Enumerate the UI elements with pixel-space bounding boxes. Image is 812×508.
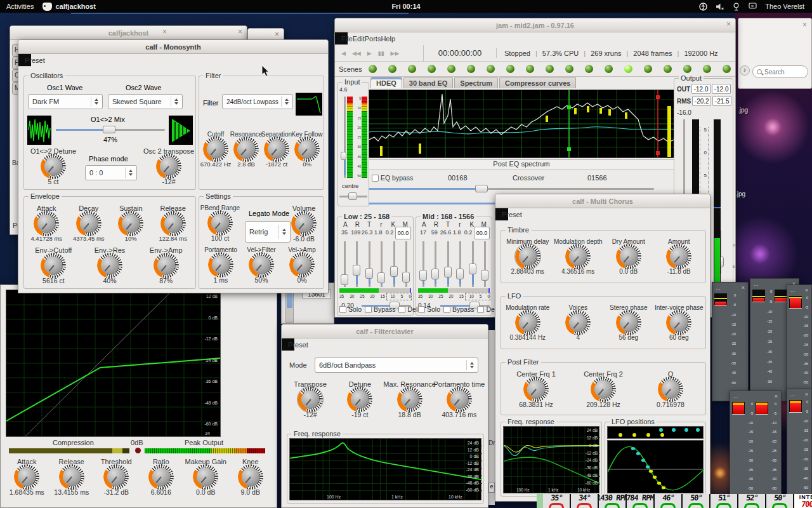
scene-led-button[interactable] [526,65,534,73]
menu-item-preset[interactable]: Preset [25,57,45,64]
knob-control[interactable]: Makeup Gain 0.0 dB [183,458,228,496]
out-value-right[interactable]: -12.0 [712,84,731,94]
knob-control[interactable]: Modulation rate 0.384144 Hz [502,304,553,341]
window-titlebar[interactable]: calfjackhost × × [10,26,247,40]
menu-item[interactable]: Ports [365,35,381,43]
knob[interactable] [157,256,176,275]
knob[interactable] [450,390,469,409]
knob-control[interactable]: Attack 1.68435 ms [4,458,49,496]
knob[interactable] [301,390,320,409]
knob-control[interactable]: Ratio 6.6016 [139,458,184,496]
knob[interactable] [107,467,126,486]
knob[interactable] [669,313,688,332]
band-slider[interactable] [455,241,464,287]
focused-app-menu[interactable]: calfjackhost [43,3,96,11]
knob[interactable] [518,313,537,332]
transport-button[interactable]: ◀◀ [352,50,361,57]
knob-control[interactable]: Voices 4 [553,304,604,341]
knob[interactable] [527,380,546,399]
knob[interactable] [252,255,271,274]
band-m-value[interactable]: 00.0 [474,227,490,239]
scene-led-button[interactable] [644,65,652,73]
knob-control[interactable]: Resonance 2.8 dB [231,131,261,168]
activities-button[interactable]: Activities [6,3,34,10]
band-slider[interactable] [443,241,452,287]
tab-hdeq[interactable]: HDEQ [370,77,402,88]
mode-select[interactable]: 6dB/oct Bandpass [315,358,478,373]
knob[interactable] [211,255,230,274]
knob-control[interactable]: Portamento time 403.716 ms [435,380,484,418]
tab-spectrum[interactable]: Spectrum [454,77,498,88]
meter-window[interactable]: ...× 0-5-10-15-20-25-30-35-40-50-60 [787,389,812,508]
band-slider[interactable] [377,241,386,287]
band-slider[interactable] [340,241,349,287]
knob[interactable] [661,380,680,399]
osc2-wave-select[interactable]: Skewed Square [108,94,183,109]
knob[interactable] [619,247,638,266]
knob-control[interactable]: Max. Resonance 18.8 dB [385,380,435,418]
knob-control[interactable]: Separation -1872 ct [261,131,292,168]
chevron-icon[interactable]: › [740,65,750,76]
osc1-wave-select[interactable]: Dark FM [28,94,103,109]
scene-led-button[interactable] [506,65,514,73]
knob[interactable] [237,140,256,159]
filterclavier-window[interactable]: calf - Filterclavier Preset Mode 6dB/oct… [281,324,488,508]
transport-button[interactable]: ◀ [341,50,346,57]
meter-window[interactable]: ...× 0-5-10-15-20-25-30-35-40-50-60 [712,282,749,401]
knob[interactable] [568,313,587,332]
crossover-slider-1[interactable] [369,185,654,193]
band-checkbox[interactable]: Bypass [365,305,395,313]
knob[interactable] [159,157,178,176]
band-slider[interactable] [468,241,477,287]
rms-value-left[interactable]: -20.2 [692,96,711,106]
band-checkbox[interactable]: Solo [339,305,362,313]
knob-control[interactable]: Release 13.4155 ms [49,458,95,496]
scene-led-button[interactable] [428,65,436,73]
knob-control[interactable]: Center Frq 1 68.3831 Hz [502,370,570,408]
band-slider[interactable] [431,241,440,287]
window-titlebar[interactable]: calf - Monosynth [18,40,328,54]
knob-control[interactable]: Key Follow 0% [292,131,322,168]
knob[interactable] [211,213,230,232]
knob[interactable] [350,390,369,409]
knob[interactable] [267,140,286,159]
transport-button[interactable]: ▮▮ [378,50,384,57]
chat-tray-icon[interactable] [749,3,757,11]
monosynth-window[interactable]: calf - Monosynth Preset Oscillators Osc1… [18,39,329,293]
knob-control[interactable]: Env->Res 40% [82,246,138,284]
clock[interactable]: Fri 00:14 [0,3,812,10]
close-icon[interactable]: × [726,20,731,29]
knob[interactable] [619,313,638,332]
knob[interactable] [152,467,171,486]
multichorus-window[interactable]: calf - Multi Chorus Preset Timbre Minimu… [495,194,710,502]
knob[interactable] [164,214,183,233]
display-tray-icon[interactable] [732,3,740,11]
out-value-left[interactable]: -12.0 [691,84,710,94]
knob-control[interactable]: Dry Amount 0.0 dB [603,238,654,275]
knob[interactable] [594,380,613,399]
legato-select[interactable]: Retrig [245,221,291,243]
knob[interactable] [196,467,215,486]
band-slider[interactable] [390,241,398,287]
close-icon[interactable]: × [238,27,242,36]
mix-slider[interactable] [56,126,165,134]
band-checkbox[interactable]: Solo [418,305,440,313]
band-slider[interactable] [352,241,361,287]
knob[interactable] [518,247,537,266]
scene-led-button[interactable] [487,65,495,73]
search-input[interactable] [764,69,799,76]
osc2-transpose-control[interactable]: Osc 2 transpose -12# [142,147,195,185]
close-icon[interactable]: × [805,391,808,398]
pbend-control[interactable]: PBend Range 100 ct [200,204,240,242]
knob-control[interactable]: Cutoff 670.422 Hz [200,131,231,168]
knob-control[interactable]: Vel->Amp 0% [282,246,322,284]
scene-led-button[interactable] [683,65,691,73]
centre-slider[interactable] [339,192,367,201]
menu-item-preset[interactable]: Preset [502,211,522,218]
tab-30band[interactable]: 30 band EQ [403,77,454,88]
knob[interactable] [298,140,317,159]
rms-value-right[interactable]: -21.5 [712,96,731,106]
knob-control[interactable]: Center Frq 2 209.128 Hz [570,370,637,408]
knob-control[interactable]: Portamento 1 ms [200,246,241,284]
knob[interactable] [400,390,419,409]
